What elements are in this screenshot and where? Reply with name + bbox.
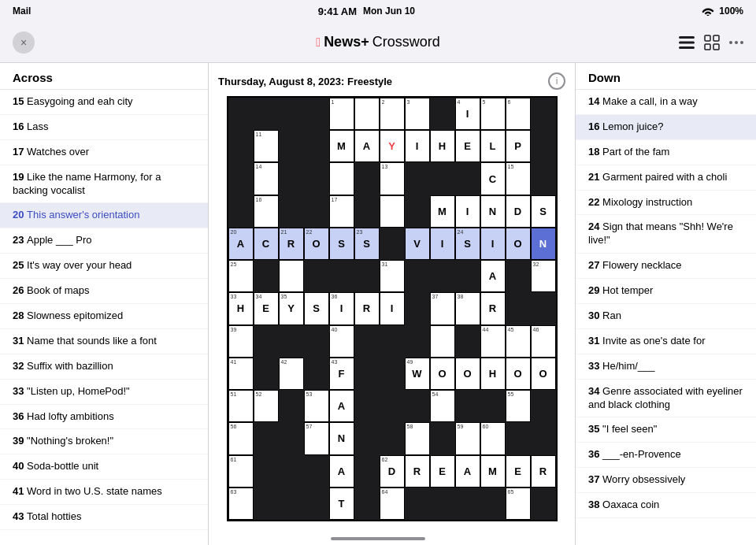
cell-r6-c2[interactable]: 35Y — [279, 292, 304, 324]
cell-r11-c0[interactable]: 61 — [228, 455, 254, 488]
cell-r12-c4[interactable]: T — [329, 488, 354, 520]
clue-across-32[interactable]: 32 Suffix with bazillion — [0, 354, 208, 380]
cell-r3-c10[interactable]: N — [480, 195, 506, 228]
cell-r4-c4[interactable]: S — [329, 228, 354, 260]
cell-r4-c2[interactable]: 21R — [279, 228, 304, 260]
clue-down-16[interactable]: 16 Lemon juice? — [576, 115, 756, 140]
cell-r11-c8[interactable]: E — [430, 455, 455, 488]
cell-r2-c4[interactable] — [329, 162, 354, 195]
cell-r4-c8[interactable]: I — [430, 228, 455, 260]
clue-across-17[interactable]: 17 Watches over — [0, 140, 208, 165]
cell-r11-c10[interactable]: M — [480, 455, 506, 488]
clue-across-41[interactable]: 41 Word in two U.S. state names — [0, 480, 208, 505]
cell-r0-c9[interactable]: 4I — [455, 98, 480, 130]
cell-r7-c8[interactable] — [430, 325, 455, 358]
cell-r3-c4[interactable]: 17 — [329, 195, 354, 228]
cell-r3-c8[interactable]: M — [430, 195, 455, 228]
cell-r7-c12[interactable]: 46 — [531, 325, 556, 358]
clue-down-34[interactable]: 34 Genre associated with eyeliner and bl… — [576, 380, 756, 418]
cell-r11-c9[interactable]: A — [455, 455, 480, 488]
cell-r1-c8[interactable]: H — [430, 130, 455, 162]
clue-across-28[interactable]: 28 Slowness epitomized — [0, 304, 208, 329]
cell-r0-c10[interactable]: 5 — [480, 98, 506, 130]
clue-across-40[interactable]: 40 Soda-bottle unit — [0, 454, 208, 480]
cell-r12-c0[interactable]: 63 — [228, 488, 254, 520]
clue-down-21[interactable]: 21 Garment paired with a choli — [576, 165, 756, 191]
cell-r6-c8[interactable]: 37 — [430, 292, 455, 324]
cell-r0-c11[interactable]: 6 — [506, 98, 531, 130]
clue-down-38[interactable]: 38 Oaxaca coin — [576, 493, 756, 518]
cell-r6-c4[interactable]: 36I — [329, 292, 354, 324]
cell-r8-c4[interactable]: 43F — [329, 358, 354, 390]
cell-r7-c0[interactable]: 39 — [228, 325, 254, 358]
cell-r11-c7[interactable]: R — [405, 455, 430, 488]
cell-r11-c12[interactable]: R — [531, 455, 556, 488]
cell-r4-c7[interactable]: V — [405, 228, 430, 260]
cell-r8-c10[interactable]: H — [480, 358, 506, 390]
cell-r6-c6[interactable]: I — [380, 292, 405, 324]
cell-r9-c1[interactable]: 52 — [254, 390, 279, 422]
cell-r2-c11[interactable]: 15 — [506, 162, 531, 195]
cell-r2-c1[interactable]: 14 — [254, 162, 279, 195]
cell-r1-c11[interactable]: P — [506, 130, 531, 162]
cell-r4-c12[interactable]: N — [531, 228, 556, 260]
clue-across-31[interactable]: 31 Name that sounds like a font — [0, 329, 208, 354]
cell-r8-c11[interactable]: O — [506, 358, 531, 390]
clue-across-26[interactable]: 26 Book of maps — [0, 279, 208, 304]
cell-r10-c0[interactable]: 56 — [228, 422, 254, 454]
cell-r10-c9[interactable]: 59 — [455, 422, 480, 454]
cell-r8-c0[interactable]: 41 — [228, 358, 254, 390]
cell-r12-c6[interactable]: 64 — [380, 488, 405, 520]
cell-r7-c4[interactable]: 40 — [329, 325, 354, 358]
cell-r9-c3[interactable]: 53 — [304, 390, 329, 422]
cell-r1-c5[interactable]: A — [354, 130, 380, 162]
cell-r4-c5[interactable]: 23S — [354, 228, 380, 260]
grid-view-button[interactable] — [704, 31, 720, 54]
clue-across-15[interactable]: 15 Easygoing and eah city — [0, 90, 208, 115]
cell-r7-c10[interactable]: 44 — [480, 325, 506, 358]
clue-across-43[interactable]: 43 Total hotties — [0, 505, 208, 530]
clue-down-24[interactable]: 24 Sign that means "Shh! We're live!" — [576, 215, 756, 254]
clue-across-19[interactable]: 19 Like the name Harmony, for a backing … — [0, 165, 208, 204]
cell-r1-c9[interactable]: E — [455, 130, 480, 162]
clue-down-36[interactable]: 36 ___-en-Provence — [576, 443, 756, 468]
cell-r8-c2[interactable]: 42 — [279, 358, 304, 390]
cell-r3-c6[interactable] — [380, 195, 405, 228]
cell-r11-c6[interactable]: 62D — [380, 455, 405, 488]
clue-across-23[interactable]: 23 Apple ___ Pro — [0, 228, 208, 254]
cell-r1-c4[interactable]: M — [329, 130, 354, 162]
cell-r10-c10[interactable]: 60 — [480, 422, 506, 454]
cell-r5-c6[interactable]: 31 — [380, 260, 405, 292]
cell-r5-c0[interactable]: 25 — [228, 260, 254, 292]
cell-r9-c8[interactable]: 54 — [430, 390, 455, 422]
cell-r4-c9[interactable]: 24S — [455, 228, 480, 260]
cell-r6-c10[interactable]: R — [480, 292, 506, 324]
cell-r6-c1[interactable]: 34E — [254, 292, 279, 324]
cell-r4-c1[interactable]: C — [254, 228, 279, 260]
clue-down-30[interactable]: 30 Ran — [576, 304, 756, 329]
more-options-button[interactable] — [729, 31, 743, 54]
list-view-button[interactable] — [679, 31, 695, 54]
clue-across-36[interactable]: 36 Had lofty ambitions — [0, 405, 208, 430]
cell-r8-c12[interactable]: O — [531, 358, 556, 390]
clue-down-31[interactable]: 31 Invite as one's date for — [576, 329, 756, 354]
clue-down-37[interactable]: 37 Worry obsessively — [576, 468, 756, 493]
cell-r10-c3[interactable]: 57 — [304, 422, 329, 454]
clue-down-14[interactable]: 14 Make a call, in a way — [576, 90, 756, 115]
cell-r2-c10[interactable]: C — [480, 162, 506, 195]
cell-r10-c7[interactable]: 58 — [405, 422, 430, 454]
clue-across-39[interactable]: 39 "Nothing's broken!" — [0, 429, 208, 454]
clue-across-33[interactable]: 33 "Listen up, HomePod!" — [0, 380, 208, 405]
cell-r9-c0[interactable]: 51 — [228, 390, 254, 422]
cell-r6-c9[interactable]: 38 — [455, 292, 480, 324]
cell-r3-c9[interactable]: I — [455, 195, 480, 228]
cell-r6-c3[interactable]: S — [304, 292, 329, 324]
clue-down-33[interactable]: 33 He/him/___ — [576, 354, 756, 380]
clue-down-29[interactable]: 29 Hot temper — [576, 279, 756, 304]
clue-down-35[interactable]: 35 "I feel seen" — [576, 417, 756, 443]
clue-across-25[interactable]: 25 It's way over your head — [0, 254, 208, 279]
cell-r4-c0[interactable]: 20A — [228, 228, 254, 260]
cell-r6-c5[interactable]: R — [354, 292, 380, 324]
cell-r3-c12[interactable]: S — [531, 195, 556, 228]
cell-r9-c11[interactable]: 55 — [506, 390, 531, 422]
